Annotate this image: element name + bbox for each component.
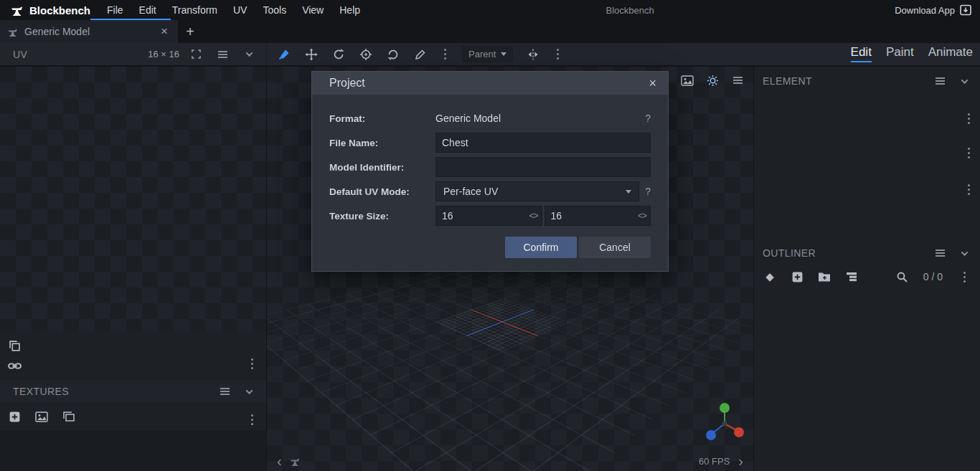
- file-name-input[interactable]: [435, 133, 651, 153]
- menu-tools[interactable]: Tools: [255, 0, 294, 20]
- background-image-icon[interactable]: [677, 71, 697, 90]
- tab-generic-model[interactable]: Generic Model ×: [0, 20, 178, 43]
- expand-icon[interactable]: [186, 45, 206, 64]
- outliner-kebab-icon[interactable]: [954, 267, 974, 286]
- confirm-button[interactable]: Confirm: [505, 237, 577, 258]
- add-group-icon[interactable]: [814, 267, 834, 286]
- menu-list: File Edit Transform UV Tools View Help: [99, 0, 368, 20]
- tab-bar: Generic Model × +: [0, 20, 980, 43]
- element-row-kebab-icon[interactable]: [958, 109, 979, 128]
- prev-view-icon[interactable]: ‹: [274, 454, 285, 468]
- stepper-icon[interactable]: <>: [529, 211, 537, 221]
- left-panel-empty: [0, 430, 266, 471]
- model-identifier-label: Model Identifier:: [329, 162, 435, 173]
- outliner-list-icon[interactable]: [842, 267, 862, 286]
- tab-paint-mode[interactable]: Paint: [886, 45, 914, 62]
- uv-mode-select[interactable]: Per-face UV: [435, 181, 639, 201]
- mode-tabs: Edit Paint Animate: [851, 43, 980, 65]
- tab-animate-mode[interactable]: Animate: [928, 45, 973, 62]
- mirror-tool-icon[interactable]: [520, 44, 546, 65]
- panel-menu-icon[interactable]: [215, 382, 235, 401]
- outliner-toolbar: ◆: [754, 265, 980, 289]
- diamond-icon[interactable]: ◆: [760, 267, 780, 286]
- outliner-panel-title: OUTLINER: [763, 247, 816, 259]
- element-panel-header[interactable]: ELEMENT: [754, 70, 980, 92]
- blockbench-app: Blockbench File Edit Transform UV Tools …: [0, 0, 980, 471]
- textures-panel-title: TEXTURES: [13, 386, 69, 397]
- download-app-button[interactable]: Download App: [892, 4, 974, 16]
- toolbar-row: UV 16 × 16: [0, 43, 980, 66]
- menu-help[interactable]: Help: [331, 0, 368, 20]
- textures-panel-header[interactable]: TEXTURES: [0, 380, 266, 403]
- chevron-down-icon[interactable]: [954, 244, 974, 262]
- uv-kebab-icon[interactable]: [242, 354, 262, 373]
- element-row-kebab-icon[interactable]: [958, 143, 979, 162]
- add-tab-button[interactable]: +: [178, 20, 202, 43]
- cancel-button[interactable]: Cancel: [579, 237, 651, 258]
- stepper-icon[interactable]: <>: [638, 211, 646, 221]
- texture-width-input[interactable]: [435, 206, 542, 226]
- viewport-menu-icon[interactable]: [727, 71, 748, 90]
- help-icon[interactable]: ?: [645, 186, 651, 197]
- kebab-glyph: [968, 189, 970, 191]
- parent-dropdown[interactable]: Parent: [462, 46, 513, 62]
- chevron-down-icon[interactable]: [239, 45, 259, 64]
- brush-tool-icon[interactable]: [271, 44, 297, 65]
- dialog-titlebar[interactable]: Project ×: [312, 72, 668, 95]
- burger-glyph: [220, 391, 230, 392]
- move-tool-icon[interactable]: [298, 44, 324, 65]
- outliner-panel-header[interactable]: OUTLINER: [754, 242, 980, 265]
- link-icon[interactable]: [4, 357, 24, 374]
- close-icon[interactable]: ×: [646, 76, 659, 91]
- menu-transform[interactable]: Transform: [164, 0, 225, 20]
- help-icon[interactable]: ?: [645, 113, 651, 124]
- file-name-row: File Name:: [312, 130, 668, 155]
- panel-menu-icon[interactable]: [930, 72, 950, 90]
- add-cube-icon[interactable]: [787, 267, 807, 286]
- outliner-count: 0 / 0: [923, 271, 943, 282]
- menu-view[interactable]: View: [294, 0, 331, 20]
- texture-stack-icon[interactable]: [59, 407, 79, 426]
- texture-height-input[interactable]: [545, 206, 651, 226]
- kebab-glyph: [444, 53, 446, 55]
- download-icon: [960, 4, 971, 16]
- bottom-logo-icon: [289, 457, 301, 466]
- left-panel: TEXTURES: [0, 67, 267, 471]
- pencil-tool-icon[interactable]: [407, 44, 433, 65]
- chevron-down-icon[interactable]: [954, 72, 974, 90]
- model-identifier-input[interactable]: [435, 157, 651, 177]
- sun-icon[interactable]: [702, 71, 722, 90]
- chevron-down-icon[interactable]: [239, 382, 259, 401]
- search-icon[interactable]: [892, 267, 912, 286]
- next-view-icon[interactable]: ›: [735, 454, 746, 468]
- tab-edit-mode[interactable]: Edit: [851, 45, 872, 62]
- toolbar-kebab-icon[interactable]: [435, 45, 455, 64]
- blockbench-logo-icon: [10, 4, 24, 16]
- close-icon[interactable]: ×: [158, 24, 171, 39]
- diamond-glyph: ◆: [765, 270, 774, 283]
- download-app-label: Download App: [895, 5, 955, 16]
- uv-canvas[interactable]: [0, 67, 266, 331]
- element-row-kebab-icon[interactable]: [958, 180, 979, 199]
- caret-down-icon: [626, 190, 631, 194]
- viewport-corner-icons: [677, 71, 748, 90]
- create-texture-icon[interactable]: [32, 407, 52, 426]
- chevron-glyph: [245, 49, 253, 57]
- panel-menu-icon[interactable]: [930, 244, 950, 262]
- import-texture-icon[interactable]: [4, 407, 24, 426]
- burger-glyph: [218, 54, 227, 55]
- rotate-ccw-tool-icon[interactable]: [326, 44, 352, 65]
- ground-grid: [267, 255, 753, 471]
- copy-icon[interactable]: [4, 337, 24, 354]
- toolbar-kebab2-icon[interactable]: [547, 45, 567, 64]
- rotate-cw-tool-icon[interactable]: [380, 44, 406, 65]
- chevron-glyph: [961, 249, 968, 256]
- textures-kebab-icon[interactable]: [242, 410, 262, 429]
- pivot-tool-icon[interactable]: [353, 44, 379, 65]
- menu-file[interactable]: File: [99, 0, 131, 20]
- menu-edit[interactable]: Edit: [131, 0, 164, 20]
- menu-uv[interactable]: UV: [225, 0, 255, 20]
- fps-counter: 60 FPS: [699, 456, 730, 467]
- orientation-gizmo[interactable]: [702, 401, 748, 447]
- panel-menu-icon[interactable]: [212, 45, 232, 64]
